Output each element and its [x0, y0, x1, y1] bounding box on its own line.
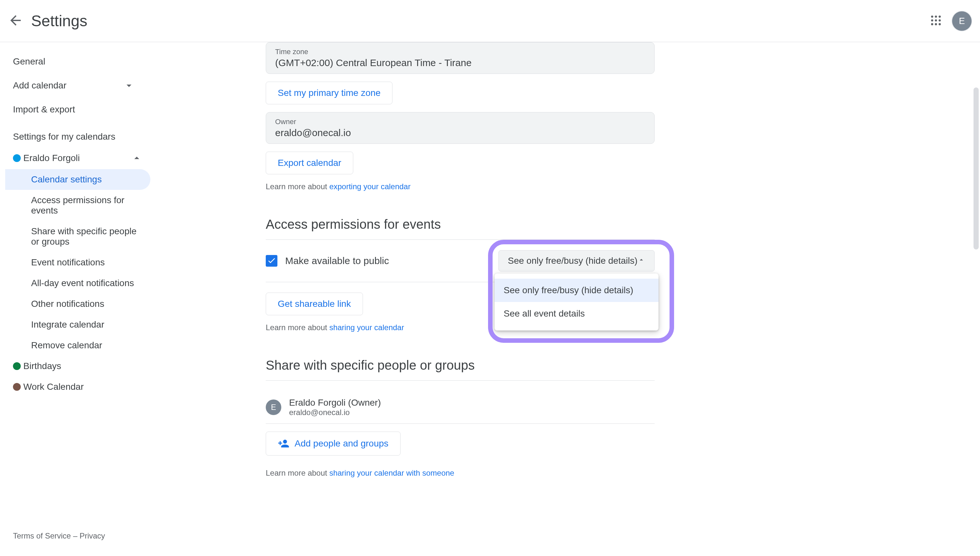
footer-links: Terms of Service – Privacy: [5, 524, 150, 548]
sidebar-item-integrate-calendar[interactable]: Integrate calendar: [5, 314, 150, 335]
checkbox-left: Make available to public: [266, 255, 389, 267]
learn-more-prefix: Learn more about: [266, 182, 329, 191]
option-label: See only free/busy (hide details): [504, 285, 633, 295]
person-row-owner: E Eraldo Forgoli (Owner) eraldo@onecal.i…: [266, 391, 655, 424]
option-label: See all event details: [504, 309, 585, 318]
main-content[interactable]: Time zone (GMT+02:00) Central European T…: [155, 42, 980, 556]
sidebar-item-label: General: [13, 57, 45, 67]
svg-point-3: [931, 19, 933, 22]
sidebar-item-label: Calendar settings: [31, 174, 102, 185]
set-primary-timezone-button[interactable]: Set my primary time zone: [266, 82, 393, 104]
sidebar-item-label: Eraldo Forgoli: [23, 153, 80, 163]
sidebar-item-import-export[interactable]: Import & export: [5, 98, 150, 121]
calendar-color-dot-icon: [13, 383, 21, 391]
person-info: Eraldo Forgoli (Owner) eraldo@onecal.io: [289, 398, 381, 417]
person-avatar: E: [266, 399, 281, 415]
dropdown-option-all-details[interactable]: See all event details: [495, 302, 658, 325]
checkbox-label: Make available to public: [285, 255, 389, 266]
button-label: Add people and groups: [294, 438, 388, 449]
button-label: Get shareable link: [278, 299, 351, 309]
learn-more-link[interactable]: sharing your calendar: [329, 323, 404, 332]
dropdown-option-freebusy[interactable]: See only free/busy (hide details): [495, 279, 658, 302]
dropdown-selected-label: See only free/busy (hide details): [508, 255, 637, 266]
sidebar-item-calendar-settings[interactable]: Calendar settings: [5, 169, 150, 190]
learn-more-prefix: Learn more about: [266, 469, 329, 477]
make-public-checkbox[interactable]: [266, 255, 277, 267]
section-heading-access: Access permissions for events: [266, 217, 655, 240]
content-inner: Time zone (GMT+02:00) Central European T…: [266, 42, 655, 478]
sidebar-item-add-calendar[interactable]: Add calendar: [5, 73, 150, 98]
calendar-color-dot-icon: [13, 154, 21, 162]
sidebar-item-label: Integrate calendar: [31, 320, 104, 330]
apps-grid-icon: [930, 14, 943, 28]
arrow-left-icon: [8, 13, 23, 29]
visibility-dropdown-menu: See only free/busy (hide details) See al…: [495, 273, 658, 330]
sidebar-item-eraldo-forgoli[interactable]: Eraldo Forgoli: [5, 147, 150, 169]
triangle-up-icon: [637, 255, 645, 266]
scrollbar-thumb[interactable]: [974, 87, 979, 249]
owner-field: Owner eraldo@onecal.io: [266, 112, 655, 144]
sidebar-top: General Add calendar Import & export Set…: [5, 50, 150, 524]
google-apps-button[interactable]: [928, 13, 944, 29]
svg-point-1: [935, 16, 937, 18]
sidebar-item-other-notifications[interactable]: Other notifications: [5, 294, 150, 314]
field-value: eraldo@onecal.io: [275, 127, 645, 138]
sidebar-item-label: Remove calendar: [31, 340, 102, 351]
svg-point-5: [938, 19, 941, 22]
learn-more-share-someone: Learn more about sharing your calendar w…: [266, 469, 655, 478]
chevron-down-icon: [123, 80, 135, 91]
sidebar-item-event-notifications[interactable]: Event notifications: [5, 252, 150, 273]
sidebar-item-access-permissions[interactable]: Access permissions for events: [5, 190, 150, 221]
make-public-row: Make available to public See only free/b…: [266, 250, 655, 282]
learn-more-export: Learn more about exporting your calendar: [266, 182, 655, 191]
calendar-color-dot-icon: [13, 362, 21, 370]
field-label: Owner: [275, 118, 645, 126]
page-body: General Add calendar Import & export Set…: [0, 42, 980, 556]
sidebar-item-birthdays[interactable]: Birthdays: [5, 356, 150, 377]
share-section: Share with specific people or groups E E…: [266, 358, 655, 478]
field-value: (GMT+02:00) Central European Time - Tira…: [275, 57, 645, 68]
sidebar-item-label: Share with specific people or groups: [31, 226, 142, 247]
svg-point-6: [931, 23, 933, 25]
sidebar-item-allday-notifications[interactable]: All-day event notifications: [5, 273, 150, 294]
add-people-button[interactable]: Add people and groups: [266, 432, 401, 456]
page-title: Settings: [31, 12, 928, 30]
sidebar: General Add calendar Import & export Set…: [0, 42, 155, 556]
svg-point-0: [931, 16, 933, 18]
svg-point-2: [938, 16, 941, 18]
person-email: eraldo@onecal.io: [289, 408, 381, 417]
account-avatar[interactable]: E: [951, 11, 972, 31]
sidebar-item-label: Work Calendar: [23, 382, 84, 392]
privacy-link[interactable]: Privacy: [79, 532, 105, 540]
sidebar-item-label: Event notifications: [31, 257, 105, 268]
back-arrow-button[interactable]: [8, 13, 23, 29]
learn-more-link[interactable]: exporting your calendar: [329, 182, 411, 191]
get-shareable-link-button[interactable]: Get shareable link: [266, 293, 363, 315]
timezone-field[interactable]: Time zone (GMT+02:00) Central European T…: [266, 42, 655, 74]
avatar-initial: E: [271, 403, 276, 412]
scrollbar[interactable]: [972, 87, 980, 541]
visibility-dropdown[interactable]: See only free/busy (hide details): [498, 250, 655, 272]
visibility-dropdown-container: See only free/busy (hide details) See on…: [498, 250, 655, 272]
footer-sep: –: [71, 532, 80, 540]
export-calendar-button[interactable]: Export calendar: [266, 152, 353, 174]
sidebar-item-label: Access permissions for events: [31, 195, 142, 216]
sidebar-item-share-specific[interactable]: Share with specific people or groups: [5, 221, 150, 252]
sidebar-item-label: Import & export: [13, 104, 75, 115]
avatar-initial: E: [952, 11, 972, 31]
sidebar-item-label: Add calendar: [13, 80, 66, 91]
button-label: Set my primary time zone: [278, 88, 380, 98]
sidebar-item-work-calendar[interactable]: Work Calendar: [5, 377, 150, 397]
section-heading-share: Share with specific people or groups: [266, 358, 655, 381]
person-add-icon: [278, 438, 289, 449]
learn-more-link[interactable]: sharing your calendar with someone: [329, 469, 454, 477]
svg-point-8: [938, 23, 941, 25]
button-label: Export calendar: [278, 158, 341, 168]
sidebar-item-general[interactable]: General: [5, 50, 150, 73]
sidebar-item-remove-calendar[interactable]: Remove calendar: [5, 335, 150, 356]
sidebar-section-title: Settings for my calendars: [5, 121, 150, 147]
sidebar-item-label: All-day event notifications: [31, 278, 134, 288]
person-name: Eraldo Forgoli (Owner): [289, 398, 381, 408]
terms-link[interactable]: Terms of Service: [13, 532, 71, 540]
svg-point-7: [935, 23, 937, 25]
